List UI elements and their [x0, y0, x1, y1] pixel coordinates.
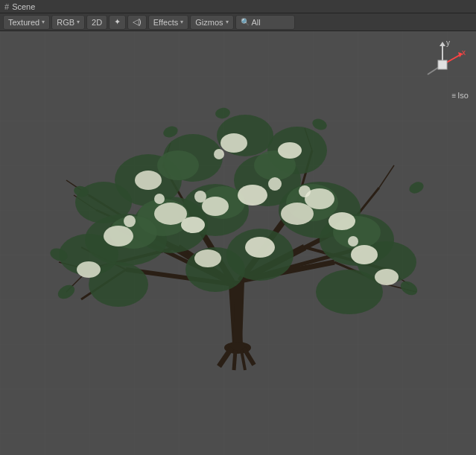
- viewport-canvas: [0, 31, 476, 455]
- svg-point-92: [348, 236, 358, 246]
- iso-lines-icon: ≡: [451, 92, 456, 100]
- svg-point-77: [194, 249, 221, 267]
- svg-point-89: [299, 185, 311, 197]
- textured-dropdown-arrow: ▾: [42, 19, 45, 25]
- svg-point-63: [238, 185, 267, 206]
- svg-line-3: [238, 281, 240, 344]
- effects-label: Effects: [153, 18, 178, 27]
- svg-point-71: [135, 171, 162, 190]
- svg-point-69: [220, 133, 247, 153]
- svg-point-68: [281, 203, 314, 225]
- svg-point-88: [154, 194, 165, 204]
- rgb-label: RGB: [57, 18, 74, 27]
- svg-point-65: [181, 217, 205, 233]
- search-box[interactable]: 🔍 All: [235, 15, 295, 30]
- title-bar: # Scene: [0, 0, 476, 13]
- svg-text:y: y: [446, 39, 450, 47]
- speaker-button[interactable]: ◁): [127, 15, 147, 30]
- svg-point-91: [124, 215, 136, 227]
- effects-dropdown-arrow: ▾: [180, 19, 183, 25]
- rgb-dropdown[interactable]: RGB ▾: [51, 15, 85, 30]
- svg-line-7: [234, 350, 235, 370]
- sun-icon: ✦: [114, 17, 121, 27]
- gizmos-dropdown-arrow: ▾: [226, 19, 229, 25]
- svg-text:x: x: [462, 48, 466, 57]
- iso-label: ≡ Iso: [451, 91, 469, 100]
- svg-point-75: [375, 269, 399, 285]
- svg-point-64: [154, 203, 187, 225]
- viewport[interactable]: y x ≡ Iso: [0, 31, 476, 455]
- svg-point-90: [214, 149, 224, 159]
- svg-point-73: [351, 245, 378, 264]
- mode-2d-button[interactable]: 2D: [86, 15, 107, 30]
- sun-button[interactable]: ✦: [109, 15, 126, 30]
- search-icon: 🔍: [241, 18, 250, 26]
- svg-point-74: [77, 261, 101, 278]
- effects-dropdown[interactable]: Effects ▾: [148, 15, 188, 30]
- search-label: All: [252, 18, 261, 27]
- textured-label: Textured: [8, 18, 39, 27]
- toolbar: Textured ▾ RGB ▾ 2D ✦ ◁) Effects ▾ Gizmo…: [0, 13, 476, 31]
- gizmos-dropdown[interactable]: Gizmos ▾: [190, 15, 233, 30]
- mode-2d-label: 2D: [92, 18, 102, 27]
- svg-point-70: [278, 142, 302, 159]
- svg-marker-94: [439, 42, 445, 46]
- rgb-dropdown-arrow: ▾: [77, 19, 80, 25]
- textured-dropdown[interactable]: Textured ▾: [3, 15, 50, 30]
- scene-hash-icon: #: [4, 2, 9, 11]
- gizmo: y x: [416, 39, 469, 91]
- gizmos-label: Gizmos: [195, 18, 223, 27]
- svg-point-67: [329, 212, 355, 230]
- iso-text: Iso: [457, 91, 469, 100]
- speaker-icon: ◁): [133, 17, 142, 27]
- svg-rect-100: [438, 60, 447, 69]
- scene-title: Scene: [12, 2, 35, 11]
- svg-point-86: [194, 191, 206, 203]
- svg-point-87: [268, 177, 282, 191]
- svg-point-76: [245, 237, 275, 258]
- svg-point-62: [202, 197, 229, 216]
- svg-point-61: [157, 150, 199, 180]
- svg-point-72: [104, 226, 133, 246]
